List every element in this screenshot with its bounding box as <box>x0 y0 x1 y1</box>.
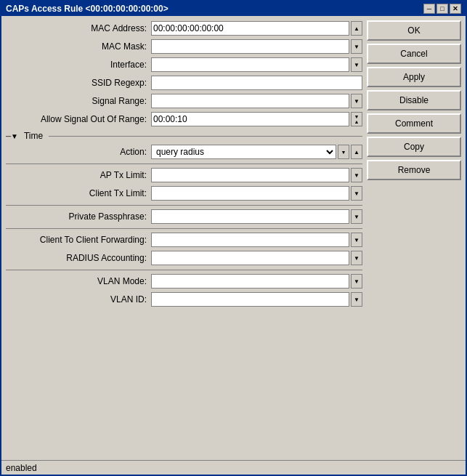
form-area: MAC Address: ▲ MAC Mask: ▼ Interface: <box>6 20 362 456</box>
mac-address-row: MAC Address: ▲ <box>6 20 362 36</box>
interface-input-wrap: ▼ <box>151 57 362 72</box>
ap-tx-limit-row: AP Tx Limit: ▼ <box>6 167 362 183</box>
radius-accounting-input-wrap: ▼ <box>151 251 362 265</box>
mac-address-label: MAC Address: <box>6 23 151 33</box>
ap-tx-limit-input-wrap: ▼ <box>151 168 362 182</box>
client-tx-limit-input-wrap: ▼ <box>151 186 362 201</box>
ap-tx-limit-input[interactable] <box>151 168 349 182</box>
action-input-wrap: query radius ▼ ▲ <box>151 145 362 159</box>
action-row: Action: query radius ▼ ▲ <box>6 144 362 160</box>
comment-button[interactable]: Comment <box>367 113 461 134</box>
radius-accounting-input[interactable] <box>151 251 349 265</box>
vlan-mode-label: VLAN Mode: <box>6 276 151 286</box>
signal-range-input-wrap: ▼ <box>151 94 362 108</box>
private-passphrase-input-wrap: ▼ <box>151 209 362 224</box>
client-to-client-label: Client To Client Forwarding: <box>6 235 151 245</box>
action-label: Action: <box>6 147 151 157</box>
signal-range-row: Signal Range: ▼ <box>6 93 362 109</box>
private-passphrase-row: Private Passphrase: ▼ <box>6 209 362 225</box>
signal-range-dropdown-button[interactable]: ▼ <box>351 94 362 108</box>
vlan-id-input-wrap: ▼ <box>151 292 362 307</box>
client-to-client-dropdown-button[interactable]: ▼ <box>351 233 362 247</box>
apply-button[interactable]: Apply <box>367 67 461 87</box>
ssid-regexp-row: SSID Regexp: <box>6 75 362 91</box>
vlan-id-row: VLAN ID: ▼ <box>6 291 362 307</box>
action-up-button[interactable]: ▲ <box>351 145 362 159</box>
action-select[interactable]: query radius <box>151 145 336 159</box>
mac-address-input[interactable] <box>151 21 349 36</box>
time-section-line <box>49 136 362 137</box>
action-dropdown-button[interactable]: ▼ <box>338 145 349 159</box>
vlan-mode-input[interactable] <box>151 274 349 289</box>
mac-mask-dropdown-button[interactable]: ▼ <box>351 39 362 54</box>
allow-signal-row: Allow Signal Out Of Range: ▼▲ <box>6 111 362 127</box>
vlan-id-input[interactable] <box>151 292 349 307</box>
allow-signal-dropdown-button[interactable]: ▼▲ <box>351 112 362 126</box>
vlan-mode-row: VLAN Mode: ▼ <box>6 273 362 289</box>
time-section-label: Time <box>24 131 43 141</box>
interface-dropdown-button[interactable]: ▼ <box>351 57 362 72</box>
interface-input[interactable] <box>151 57 349 72</box>
client-tx-limit-row: Client Tx Limit: ▼ <box>6 185 362 201</box>
close-button[interactable]: ✕ <box>450 4 461 14</box>
allow-signal-label: Allow Signal Out Of Range: <box>6 114 151 124</box>
interface-label: Interface: <box>6 60 151 70</box>
copy-button[interactable]: Copy <box>367 137 461 157</box>
client-to-client-input-wrap: ▼ <box>151 233 362 247</box>
client-tx-limit-dropdown-button[interactable]: ▼ <box>351 186 362 201</box>
disable-button[interactable]: Disable <box>367 90 461 110</box>
content-area: MAC Address: ▲ MAC Mask: ▼ Interface: <box>1 16 466 460</box>
signal-range-label: Signal Range: <box>6 96 151 106</box>
mac-address-input-wrap: ▲ <box>151 21 362 36</box>
client-to-client-input[interactable] <box>151 233 349 247</box>
mac-mask-input[interactable] <box>151 39 349 54</box>
title-bar: CAPs Access Rule <00:00:00:00:00:00> ─ □… <box>1 1 466 16</box>
client-tx-limit-label: Client Tx Limit: <box>6 188 151 198</box>
client-to-client-row: Client To Client Forwarding: ▼ <box>6 232 362 248</box>
mac-mask-input-wrap: ▼ <box>151 39 362 54</box>
divider-2 <box>6 205 362 206</box>
ap-tx-limit-label: AP Tx Limit: <box>6 170 151 180</box>
vlan-id-label: VLAN ID: <box>6 294 151 304</box>
vlan-mode-input-wrap: ▼ <box>151 274 362 289</box>
mac-mask-label: MAC Mask: <box>6 41 151 52</box>
ssid-regexp-input[interactable] <box>151 76 362 90</box>
radius-accounting-dropdown-button[interactable]: ▼ <box>351 251 362 265</box>
time-section-arrow[interactable]: ─▼ <box>6 132 18 140</box>
ssid-regexp-input-wrap <box>151 76 362 90</box>
private-passphrase-label: Private Passphrase: <box>6 211 151 222</box>
mac-mask-row: MAC Mask: ▼ <box>6 39 362 55</box>
cancel-button[interactable]: Cancel <box>367 44 461 64</box>
mac-address-up-button[interactable]: ▲ <box>351 21 362 36</box>
private-passphrase-dropdown-button[interactable]: ▼ <box>351 209 362 224</box>
button-panel: OK Cancel Apply Disable Comment Copy Rem… <box>367 20 461 456</box>
maximize-button[interactable]: □ <box>436 4 448 14</box>
ok-button[interactable]: OK <box>367 20 461 41</box>
divider-4 <box>6 270 362 270</box>
minimize-button[interactable]: ─ <box>423 4 435 14</box>
signal-range-input[interactable] <box>151 94 349 108</box>
radius-accounting-row: RADIUS Accounting: ▼ <box>6 250 362 266</box>
vlan-id-dropdown-button[interactable]: ▼ <box>351 292 362 307</box>
allow-signal-input-wrap: ▼▲ <box>151 112 362 126</box>
ssid-regexp-label: SSID Regexp: <box>6 78 151 88</box>
vlan-mode-dropdown-button[interactable]: ▼ <box>351 274 362 289</box>
radius-accounting-label: RADIUS Accounting: <box>6 253 151 263</box>
main-window: CAPs Access Rule <00:00:00:00:00:00> ─ □… <box>0 0 467 476</box>
interface-row: Interface: ▼ <box>6 57 362 73</box>
remove-button[interactable]: Remove <box>367 160 461 180</box>
window-title: CAPs Access Rule <00:00:00:00:00:00> <box>6 4 168 14</box>
status-bar: enabled <box>1 460 466 475</box>
status-text: enabled <box>6 463 37 473</box>
ap-tx-limit-dropdown-button[interactable]: ▼ <box>351 168 362 182</box>
client-tx-limit-input[interactable] <box>151 186 349 201</box>
divider-1 <box>6 164 362 164</box>
allow-signal-input[interactable] <box>151 112 349 126</box>
title-bar-buttons: ─ □ ✕ <box>423 4 461 14</box>
divider-3 <box>6 228 362 229</box>
time-section-header: ─▼ Time <box>6 131 362 141</box>
private-passphrase-input[interactable] <box>151 209 349 224</box>
